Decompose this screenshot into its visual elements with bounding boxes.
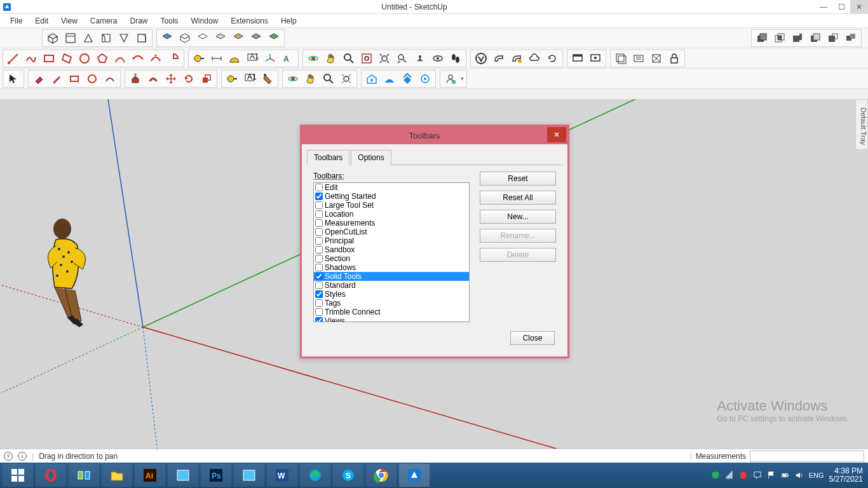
shaded-textured-icon[interactable] [230, 30, 247, 46]
list-item[interactable]: Tags [314, 299, 469, 308]
zoom-extents2-icon[interactable] [338, 71, 355, 86]
tray-volume-icon[interactable] [795, 471, 804, 480]
list-item[interactable]: Section [314, 254, 469, 263]
monochrome-icon[interactable] [248, 30, 264, 46]
default-tray-tab[interactable]: Default Tray [855, 99, 868, 150]
list-item[interactable]: Shadows [314, 263, 469, 272]
list-item[interactable]: Trimble Connect [314, 308, 469, 316]
list-item-checkbox[interactable] [315, 193, 323, 200]
tab-options[interactable]: Options [351, 150, 391, 165]
vray-interactive-icon[interactable] [508, 51, 525, 66]
front-view-icon[interactable] [80, 30, 97, 46]
3d-text-icon[interactable]: A [280, 51, 296, 66]
vray-batch2-icon[interactable] [630, 51, 647, 66]
edge-icon[interactable] [300, 464, 330, 487]
taskview-icon[interactable] [69, 464, 99, 487]
vray-vfb-icon[interactable] [569, 51, 586, 66]
xray-icon[interactable] [159, 30, 175, 46]
chrome-icon[interactable] [366, 464, 397, 487]
pan-icon[interactable] [323, 51, 339, 66]
chevron-down-icon[interactable]: ▾ [459, 75, 465, 82]
iso-view-icon[interactable] [44, 30, 61, 46]
maximize-button[interactable]: ☐ [832, 0, 850, 14]
new-button[interactable]: New... [480, 210, 556, 224]
style2-icon[interactable] [266, 30, 282, 46]
rotate-icon[interactable] [180, 71, 197, 86]
split-icon[interactable] [843, 30, 859, 46]
menu-tools[interactable]: Tools [154, 15, 185, 27]
3pt-arc-icon[interactable] [147, 51, 164, 66]
previous-icon[interactable] [394, 51, 410, 66]
tray-battery-icon[interactable] [781, 471, 790, 480]
close-button[interactable]: ✕ [850, 0, 868, 14]
skype-icon[interactable]: S [333, 464, 363, 487]
tab-toolbars[interactable]: Toolbars [307, 150, 349, 165]
list-item-checkbox[interactable] [315, 237, 323, 245]
tray-network-icon[interactable] [725, 471, 734, 480]
list-item[interactable]: Solid Tools [314, 272, 469, 281]
user-icon[interactable] [442, 71, 459, 86]
vray-fb2-icon[interactable] [587, 51, 604, 66]
zoom2-icon[interactable] [320, 71, 337, 86]
menu-edit[interactable]: Edit [29, 15, 55, 27]
menu-window[interactable]: Window [185, 15, 225, 27]
menu-help[interactable]: Help [275, 15, 303, 27]
list-item-checkbox[interactable] [315, 228, 323, 236]
tape-icon[interactable] [191, 51, 207, 66]
arc2-icon[interactable] [102, 71, 118, 86]
dialog-close-button[interactable]: ✕ [547, 127, 566, 142]
menu-file[interactable]: File [4, 15, 29, 27]
union-icon[interactable] [789, 30, 806, 46]
outer-shell-icon[interactable] [754, 30, 770, 46]
list-item-checkbox[interactable] [315, 184, 323, 191]
orbit2-icon[interactable] [285, 71, 301, 86]
list-item[interactable]: Principal [314, 236, 469, 245]
list-item[interactable]: Large Tool Set [314, 201, 469, 210]
vray-refresh-icon[interactable] [544, 51, 560, 66]
walk-icon[interactable] [447, 51, 464, 66]
tray-shield-icon[interactable] [711, 471, 720, 480]
extension-icon[interactable] [399, 71, 416, 86]
top-view-icon[interactable] [62, 30, 79, 46]
zoom-extents-icon[interactable] [376, 51, 393, 66]
vray-logo-icon[interactable] [473, 51, 489, 66]
arc-icon[interactable] [112, 51, 128, 66]
protractor-icon[interactable] [226, 51, 243, 66]
list-item[interactable]: Measurements [314, 219, 469, 227]
list-item-checkbox[interactable] [315, 281, 323, 289]
sketchup-taskbar-icon[interactable] [399, 464, 430, 487]
list-item-checkbox[interactable] [315, 264, 323, 271]
zoom-icon[interactable] [341, 51, 357, 66]
trim-icon[interactable] [825, 30, 841, 46]
app2-icon[interactable] [234, 464, 264, 487]
tray-action-icon[interactable] [753, 471, 762, 480]
dialog-titlebar[interactable]: Toolbars ✕ [302, 126, 567, 144]
text2-icon[interactable]: A1 [241, 71, 258, 86]
rectangle2-icon[interactable] [66, 71, 83, 86]
measurements-input[interactable] [750, 451, 864, 462]
position-camera-icon[interactable] [412, 51, 428, 66]
freehand-icon[interactable] [23, 51, 39, 66]
list-item-checkbox[interactable] [315, 219, 323, 227]
list-item-checkbox[interactable] [315, 273, 323, 280]
tray-language[interactable]: ENG [809, 471, 824, 479]
rectangle-icon[interactable] [41, 51, 57, 66]
list-item[interactable]: OpenCutList [314, 227, 469, 236]
pencil-icon[interactable] [48, 71, 65, 86]
tray-clock[interactable]: 4:38 PM 5/27/2021 [829, 467, 863, 484]
illustrator-icon[interactable]: Ai [135, 464, 165, 487]
tray-opera-icon[interactable] [739, 471, 748, 480]
wireframe-icon[interactable] [177, 30, 193, 46]
rotated-rect-icon[interactable] [58, 51, 75, 66]
list-item-checkbox[interactable] [315, 210, 323, 218]
list-item[interactable]: Standard [314, 281, 469, 290]
menu-extensions[interactable]: Extensions [224, 15, 275, 27]
vray-render-icon[interactable] [491, 51, 507, 66]
close-button[interactable]: Close [510, 331, 555, 345]
list-item-checkbox[interactable] [315, 308, 323, 316]
vray-batch-icon[interactable] [613, 51, 629, 66]
list-item-checkbox[interactable] [315, 317, 323, 322]
menu-draw[interactable]: Draw [124, 15, 154, 27]
menu-view[interactable]: View [55, 15, 84, 27]
look-around-icon[interactable] [430, 51, 446, 66]
